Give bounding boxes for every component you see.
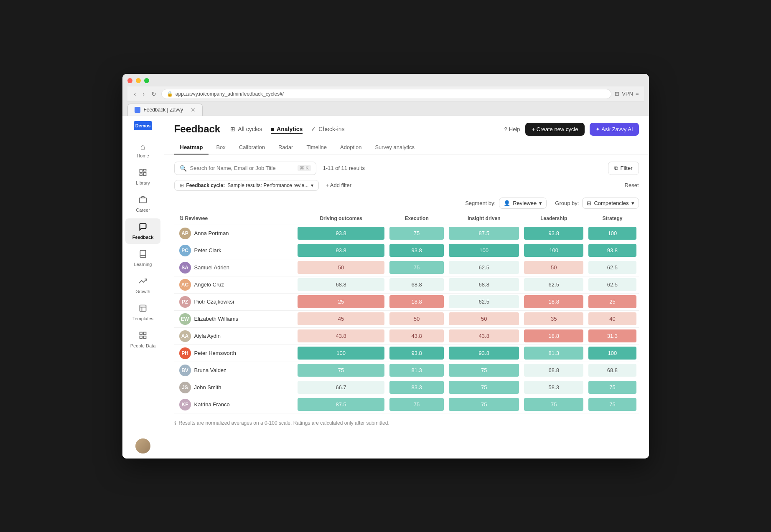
page-title: Feedback [174, 123, 221, 135]
browser-tabs: Feedback | Zavvy ✕ [127, 104, 644, 116]
person-cell: PZ Piotr Czajkowksi [179, 296, 290, 308]
sidebar-item-library[interactable]: Library [125, 164, 160, 190]
tab-box[interactable]: Box [210, 141, 231, 155]
score-value: 50 [389, 312, 444, 325]
tab-adoption[interactable]: Adoption [334, 141, 367, 155]
menu-button[interactable]: ≡ [636, 91, 639, 97]
score-value: 93.8 [449, 347, 519, 360]
score-cell: 75 [586, 379, 639, 396]
score-cell: 62.5 [586, 276, 639, 293]
score-value: 87.5 [298, 398, 384, 411]
score-cell: 43.8 [446, 327, 522, 345]
svg-rect-10 [140, 336, 142, 338]
person-name: Aiyla Aydin [194, 333, 221, 339]
forward-button[interactable]: › [141, 90, 146, 98]
score-cell: 75 [446, 362, 522, 379]
filter-icon: ⧉ [614, 165, 618, 172]
back-button[interactable]: ‹ [132, 90, 138, 98]
extensions-button[interactable]: ⊞ [615, 91, 619, 97]
segment-by-select[interactable]: 👤 Reviewee ▾ [499, 198, 547, 209]
vpn-button[interactable]: VPN [622, 91, 633, 97]
sidebar-item-feedback[interactable]: Feedback [125, 218, 160, 244]
score-cell: 18.8 [387, 293, 446, 310]
tab-radar[interactable]: Radar [272, 141, 299, 155]
sidebar-item-templates[interactable]: Templates [125, 300, 160, 325]
search-box[interactable]: 🔍 ⌘ K [174, 162, 316, 175]
sidebar-item-career[interactable]: Career [125, 191, 160, 217]
content-area: 🔍 ⌘ K 1-11 of 11 results ⧉ Filter ⊞ [164, 155, 649, 459]
sidebar-item-home[interactable]: ⌂ Home [125, 138, 160, 162]
sidebar-item-people-data[interactable]: People Data [125, 327, 160, 352]
add-filter-button[interactable]: + Add filter [322, 180, 355, 190]
create-cycle-button[interactable]: + Create new cycle [525, 123, 585, 136]
score-cell: 93.8 [586, 242, 639, 259]
growth-icon [139, 277, 147, 287]
nav-analytics[interactable]: ■ Analytics [271, 124, 303, 134]
table-row: BV Bruna Valdez 7581.37568.868.8 [174, 362, 639, 379]
score-cell: 50 [295, 259, 387, 276]
name-cell: AA Aiyla Aydin [174, 327, 295, 345]
search-input[interactable] [190, 165, 295, 171]
name-cell: JS John Smith [174, 379, 295, 396]
close-dot[interactable] [127, 78, 132, 83]
score-cell: 75 [446, 379, 522, 396]
score-value: 93.8 [298, 244, 384, 257]
score-value: 58.3 [524, 381, 583, 394]
all-cycles-icon: ⊞ [230, 126, 235, 132]
person-cell: EW Elizabeth Williams [179, 313, 290, 325]
score-cell: 100 [446, 242, 522, 259]
ask-ai-button[interactable]: ✦ Ask Zavvy AI [590, 123, 639, 136]
score-cell: 75 [387, 396, 446, 413]
maximize-dot[interactable] [144, 78, 149, 83]
group-by-select[interactable]: ⊞ Competencies ▾ [582, 198, 639, 209]
tab-calibration[interactable]: Calibration [233, 141, 271, 155]
tab-close-button[interactable]: ✕ [191, 106, 196, 113]
person-name: Samuel Adrien [194, 264, 230, 271]
nav-all-cycles[interactable]: ⊞ All cycles [230, 124, 262, 134]
active-tab[interactable]: Feedback | Zavvy ✕ [127, 104, 203, 116]
nav-check-ins[interactable]: ✓ Check-ins [311, 124, 344, 134]
table-row: PH Peter Hemsworth 10093.893.881.3100 [174, 345, 639, 362]
score-cell: 93.8 [387, 345, 446, 362]
svg-rect-1 [144, 169, 146, 171]
table-row: AC Angelo Cruz 68.868.868.862.562.5 [174, 276, 639, 293]
score-value: 25 [298, 295, 384, 308]
help-button[interactable]: ? Help [504, 126, 520, 132]
person-cell: PH Peter Hemsworth [179, 347, 290, 359]
score-cell: 75 [446, 396, 522, 413]
svg-rect-8 [144, 332, 146, 334]
person-cell: AC Angelo Cruz [179, 279, 290, 291]
score-cell: 93.8 [446, 345, 522, 362]
help-icon: ? [504, 126, 507, 132]
person-name: John Smith [194, 384, 221, 390]
library-icon [139, 168, 147, 179]
score-cell: 50 [387, 310, 446, 327]
refresh-button[interactable]: ↻ [150, 90, 158, 98]
score-value: 93.8 [389, 347, 444, 360]
analytics-icon: ■ [271, 126, 274, 132]
filter-chip-feedback-cycle[interactable]: ⊞ Feedback cycle: Sample results: Perfor… [174, 180, 319, 191]
app-logo: Demos [134, 121, 152, 130]
svg-rect-3 [140, 174, 142, 175]
score-value: 75 [389, 227, 444, 240]
score-value: 43.8 [389, 329, 444, 342]
sidebar-item-growth[interactable]: Growth [125, 273, 160, 298]
score-cell: 100 [295, 345, 387, 362]
person-name: Peter Hemsworth [194, 350, 236, 356]
tab-favicon [135, 107, 140, 113]
sidebar-label-career: Career [136, 208, 150, 213]
reset-button[interactable]: Reset [625, 182, 639, 188]
minimize-dot[interactable] [136, 78, 141, 83]
score-value: 75 [588, 381, 636, 394]
sidebar-item-learning[interactable]: Learning [125, 246, 160, 271]
address-bar[interactable]: 🔒 app.zavvy.io/company_admin/feedback_cy… [161, 89, 611, 99]
svg-rect-9 [144, 336, 146, 338]
tab-heatmap[interactable]: Heatmap [174, 141, 209, 155]
user-avatar[interactable] [135, 438, 150, 453]
tab-survey-analytics[interactable]: Survey analytics [369, 141, 420, 155]
dropdown-chevron-icon: ▾ [539, 200, 542, 206]
col-header-execution: Execution [387, 212, 446, 225]
tab-timeline[interactable]: Timeline [300, 141, 333, 155]
filter-button[interactable]: ⧉ Filter [608, 162, 639, 175]
score-cell: 66.7 [295, 379, 387, 396]
